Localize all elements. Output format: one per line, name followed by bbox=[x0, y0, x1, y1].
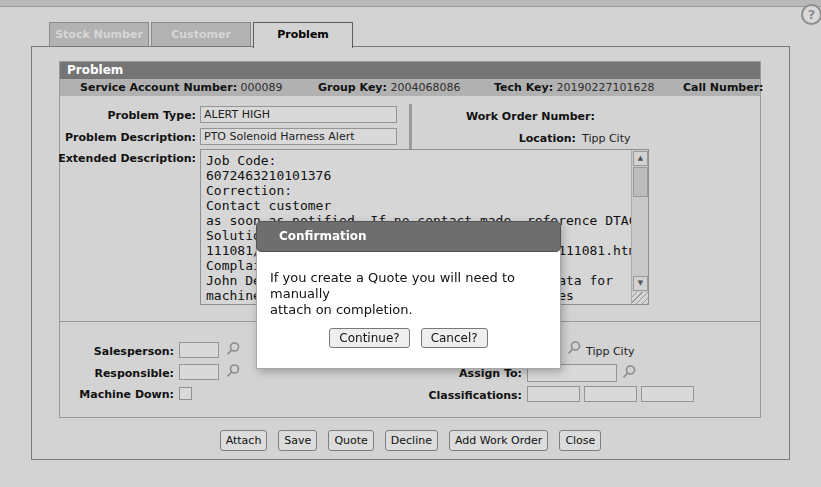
dialog-button-row: Continue? Cancel? bbox=[257, 328, 560, 348]
textarea-scrollbar[interactable]: ▲ ▼ bbox=[631, 150, 648, 304]
help-icon[interactable]: ? bbox=[801, 4, 821, 25]
service-account-value: 000089 bbox=[241, 81, 283, 94]
attach-button[interactable]: Attach bbox=[220, 430, 268, 451]
scrollbar-down-icon[interactable]: ▼ bbox=[633, 276, 648, 291]
classification-input-2[interactable] bbox=[584, 386, 637, 402]
tab-stock-number[interactable]: Stock Number bbox=[49, 22, 149, 46]
problem-description-input[interactable] bbox=[200, 128, 397, 145]
add-work-order-button[interactable]: Add Work Order bbox=[449, 430, 548, 451]
tab-problem[interactable]: Problem bbox=[253, 22, 353, 48]
responsible-input[interactable] bbox=[179, 364, 219, 380]
salesperson-input[interactable] bbox=[179, 342, 219, 358]
machine-down-checkbox[interactable] bbox=[179, 387, 192, 400]
top-strip bbox=[0, 0, 821, 7]
section-title: Problem bbox=[60, 62, 760, 79]
cancel-button[interactable]: Cancel? bbox=[421, 328, 488, 348]
account-info-bar: Service Account Number: 000089 Group Key… bbox=[60, 79, 760, 96]
tech-key-value: 20190227101628 bbox=[557, 81, 655, 94]
group-key: Group Key: 2004068086 bbox=[318, 79, 460, 96]
dialog-message: If you create a Quote you will need to m… bbox=[257, 270, 560, 318]
scrollbar-thumb[interactable] bbox=[633, 167, 648, 197]
responsible-label: Responsible: bbox=[60, 367, 174, 380]
service-account-number: Service Account Number: 000089 bbox=[80, 79, 283, 96]
column-divider bbox=[409, 104, 412, 149]
service-account-label: Service Account Number: bbox=[80, 81, 237, 94]
dialog-body: If you create a Quote you will need to m… bbox=[256, 249, 561, 369]
problem-description-label: Problem Description: bbox=[20, 131, 196, 144]
service-location-value: Tipp City bbox=[586, 345, 634, 358]
problem-form-page: ? Stock Number Customer Problem Problem … bbox=[0, 0, 821, 487]
responsible-search-icon[interactable] bbox=[225, 363, 241, 379]
service-location-search-icon[interactable] bbox=[566, 340, 582, 356]
call-number-label: Call Number: bbox=[683, 81, 764, 94]
problem-type-input[interactable] bbox=[200, 106, 397, 123]
quote-button[interactable]: Quote bbox=[328, 430, 373, 451]
scrollbar-up-icon[interactable]: ▲ bbox=[633, 151, 648, 166]
classification-input-3[interactable] bbox=[641, 386, 694, 402]
close-button[interactable]: Close bbox=[559, 430, 601, 451]
location-label: Location: bbox=[470, 132, 576, 145]
group-key-value: 2004068086 bbox=[390, 81, 460, 94]
problem-type-label: Problem Type: bbox=[20, 109, 196, 122]
tech-key-label: Tech Key: bbox=[494, 81, 553, 94]
save-button[interactable]: Save bbox=[278, 430, 317, 451]
location-value: Tipp City bbox=[582, 132, 630, 145]
tech-key: Tech Key: 20190227101628 bbox=[494, 79, 655, 96]
tab-customer[interactable]: Customer bbox=[151, 22, 251, 46]
classifications-label: Classifications: bbox=[408, 389, 522, 402]
tab-bar: Stock Number Customer Problem bbox=[49, 22, 353, 48]
dialog-message-line-1: If you create a Quote you will need to m… bbox=[270, 270, 560, 302]
salesperson-label: Salesperson: bbox=[60, 345, 174, 358]
decline-button[interactable]: Decline bbox=[385, 430, 438, 451]
confirmation-dialog: Confirmation If you create a Quote you w… bbox=[256, 221, 561, 369]
classification-input-1[interactable] bbox=[527, 386, 580, 402]
call-number: Call Number: bbox=[683, 79, 764, 96]
salesperson-search-icon[interactable] bbox=[225, 341, 241, 357]
assign-to-search-icon[interactable] bbox=[621, 364, 637, 380]
dialog-title[interactable]: Confirmation bbox=[256, 221, 561, 252]
group-key-label: Group Key: bbox=[318, 81, 387, 94]
resize-grip-icon[interactable] bbox=[632, 292, 648, 304]
extended-description-label: Extended Description: bbox=[20, 152, 196, 165]
machine-down-label: Machine Down: bbox=[60, 388, 174, 401]
work-order-number-label: Work Order Number: bbox=[466, 110, 606, 123]
action-button-row: Attach Save Quote Decline Add Work Order… bbox=[31, 430, 790, 451]
dialog-message-line-2: attach on completion. bbox=[270, 302, 560, 318]
continue-button[interactable]: Continue? bbox=[329, 328, 409, 348]
